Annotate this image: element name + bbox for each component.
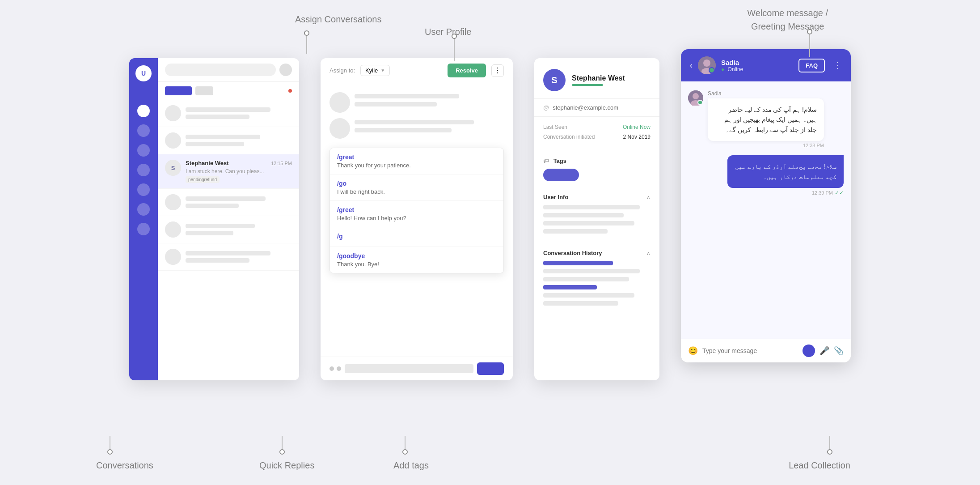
send-button[interactable] [477, 362, 504, 375]
name-placeholder [186, 107, 270, 112]
assign-bar: Assign to: Kylie ▼ Resolve ⋮ [321, 58, 513, 83]
conv-initiated-value: 2 Nov 2019 [623, 134, 651, 140]
info-line-3 [543, 221, 634, 225]
user-message-time: 12:39 PM ✓✓ [812, 190, 844, 196]
agent-msg-avatar [688, 90, 703, 106]
text-placeholder [186, 194, 292, 210]
panel-chat-widget: ‹ Sadia ● Online FAQ ⋮ [681, 49, 851, 362]
filter-mine[interactable] [195, 86, 213, 95]
conv-history-chevron[interactable]: ∧ [646, 250, 651, 256]
nav-item-6[interactable] [137, 223, 150, 235]
agent-message-content: Sadia سلام! ہم آپ کی مدد کے لیے حاضر ہیں… [708, 90, 824, 148]
avatar-placeholder [165, 249, 181, 265]
conv-history-section: Conversation History ∧ [534, 243, 659, 315]
user-info-chevron[interactable]: ∧ [646, 194, 651, 200]
ann-line [809, 34, 810, 57]
attach-button[interactable]: 📎 [834, 346, 844, 356]
filter-notification-dot [288, 89, 292, 93]
user-info-section: User Info ∧ [534, 187, 659, 243]
agent-avatar-small [688, 90, 703, 106]
ann-line [829, 436, 830, 449]
text-placeholder [186, 132, 292, 149]
status-dot: ● [721, 66, 724, 72]
ann-line [110, 436, 110, 449]
conv-name-row: Stephanie West 12:15 PM [186, 160, 292, 166]
avatar-placeholder [165, 105, 181, 121]
conversations-list: S Stephanie West 12:15 PM I am stuck her… [158, 58, 299, 380]
agent-message-group: Sadia سلام! ہم آپ کی مدد کے لیے حاضر ہیں… [688, 90, 844, 148]
line-ph [355, 94, 459, 98]
conv-item-stephanie[interactable]: S Stephanie West 12:15 PM I am stuck her… [158, 154, 299, 189]
chat-input-area: 😊 🎤 📎 [681, 339, 851, 362]
preview-placeholder [186, 204, 239, 208]
label-conversations: Conversations [96, 460, 153, 471]
avatar-placeholder [165, 194, 181, 210]
qr-item-go[interactable]: /go I will be right back. [330, 174, 503, 201]
ann-dot [402, 449, 408, 455]
hist-line-3 [543, 293, 634, 298]
qr-item-great[interactable]: /great Thank you for your patience. [330, 148, 503, 174]
search-bar[interactable] [165, 64, 276, 76]
chat-placeholder-group-1 [329, 92, 504, 113]
profile-status-bar [572, 84, 603, 86]
tag-icon: 🏷 [543, 157, 549, 164]
annotation-tags-bottom [402, 436, 408, 455]
nav-item-3[interactable] [137, 164, 150, 176]
filter-all[interactable] [165, 86, 192, 95]
annotation-qr-bottom [279, 436, 285, 455]
conv-item-placeholder-3[interactable] [158, 189, 299, 216]
hist-bar-1 [543, 261, 613, 265]
qr-item-greet[interactable]: /greet Hello! How can I help you? [330, 201, 503, 227]
conv-item-placeholder-5[interactable] [158, 243, 299, 271]
preview-placeholder [186, 142, 244, 146]
back-button[interactable]: ‹ [690, 61, 693, 70]
nav-item-active[interactable] [137, 105, 150, 117]
line-ph [355, 120, 474, 124]
faq-button[interactable]: FAQ [798, 59, 825, 72]
panel-conversations: U [129, 58, 299, 380]
read-receipts: ✓✓ [835, 190, 844, 196]
agent-info: Sadia ● Online [721, 59, 793, 72]
nav-item-5[interactable] [137, 203, 150, 216]
ann-dot [807, 29, 812, 34]
input-bar[interactable] [345, 364, 473, 373]
email-row: @ stephanie@example.com [543, 104, 651, 111]
nav-item-4[interactable] [137, 183, 150, 196]
qr-item-goodbye[interactable]: /goodbye Thank you. Bye! [330, 247, 503, 273]
qr-item-g[interactable]: /g [330, 227, 503, 247]
qr-shortcut: /greet [337, 206, 496, 213]
resolve-button[interactable]: Resolve [448, 64, 486, 77]
ann-dot [452, 34, 457, 39]
nav-item-1[interactable] [137, 124, 150, 137]
greeting-time: 12:38 PM [708, 143, 824, 148]
hist-line-2 [543, 277, 629, 281]
avatar-placeholder [165, 221, 181, 238]
send-dot[interactable] [803, 345, 815, 357]
agent-status: ● Online [721, 66, 793, 72]
avatar-ph [329, 118, 350, 139]
message-input[interactable] [702, 347, 798, 354]
conv-content: Stephanie West 12:15 PM I am stuck here.… [186, 160, 292, 183]
qr-shortcut: /go [337, 180, 496, 187]
conv-history-content [534, 261, 659, 315]
menu-button[interactable]: ⋮ [834, 60, 842, 70]
tag-chip[interactable] [543, 169, 579, 181]
conv-item-placeholder-2[interactable] [158, 127, 299, 154]
conv-item-placeholder-1[interactable] [158, 100, 299, 127]
more-options-button[interactable]: ⋮ [491, 64, 504, 77]
filter-icon[interactable] [279, 64, 292, 76]
emoji-button[interactable]: 😊 [688, 346, 698, 356]
ann-line [306, 36, 307, 54]
conv-name: Stephanie West [186, 160, 229, 166]
mic-button[interactable]: 🎤 [819, 346, 829, 356]
assignee-name: Kylie [365, 67, 378, 74]
quick-replies-panel: /great Thank you for your patience. /go … [329, 148, 504, 273]
assignee-select[interactable]: Kylie ▼ [360, 65, 390, 76]
text-placeholder [186, 221, 292, 238]
conv-item-placeholder-4[interactable] [158, 216, 299, 243]
ann-dot [827, 449, 832, 455]
nav-item-2[interactable] [137, 144, 150, 157]
svg-point-1 [703, 60, 710, 67]
nav-user-avatar[interactable]: U [135, 65, 152, 81]
chat-area: /great Thank you for your patience. /go … [321, 83, 513, 357]
